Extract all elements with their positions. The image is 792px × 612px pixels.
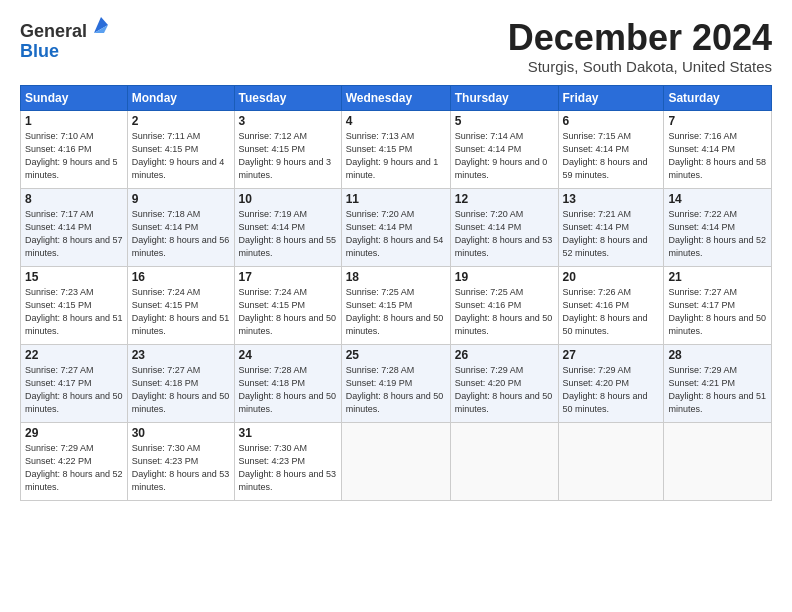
- day-header-friday: Friday: [558, 85, 664, 110]
- location: Sturgis, South Dakota, United States: [508, 58, 772, 75]
- day-info: Sunrise: 7:25 AMSunset: 4:16 PMDaylight:…: [455, 286, 554, 338]
- day-number: 4: [346, 114, 446, 128]
- day-info: Sunrise: 7:29 AMSunset: 4:20 PMDaylight:…: [455, 364, 554, 416]
- calendar-cell: 14Sunrise: 7:22 AMSunset: 4:14 PMDayligh…: [664, 188, 772, 266]
- calendar-week-2: 8Sunrise: 7:17 AMSunset: 4:14 PMDaylight…: [21, 188, 772, 266]
- day-header-tuesday: Tuesday: [234, 85, 341, 110]
- calendar-cell: [558, 422, 664, 500]
- logo: General Blue: [20, 22, 112, 62]
- logo-general-text: General: [20, 21, 87, 41]
- logo-icon: [90, 15, 112, 37]
- day-number: 8: [25, 192, 123, 206]
- calendar-cell: 1Sunrise: 7:10 AMSunset: 4:16 PMDaylight…: [21, 110, 128, 188]
- day-number: 22: [25, 348, 123, 362]
- day-number: 15: [25, 270, 123, 284]
- calendar-cell: 6Sunrise: 7:15 AMSunset: 4:14 PMDaylight…: [558, 110, 664, 188]
- day-info: Sunrise: 7:17 AMSunset: 4:14 PMDaylight:…: [25, 208, 123, 260]
- calendar-week-3: 15Sunrise: 7:23 AMSunset: 4:15 PMDayligh…: [21, 266, 772, 344]
- day-info: Sunrise: 7:15 AMSunset: 4:14 PMDaylight:…: [563, 130, 660, 182]
- day-info: Sunrise: 7:23 AMSunset: 4:15 PMDaylight:…: [25, 286, 123, 338]
- calendar-week-1: 1Sunrise: 7:10 AMSunset: 4:16 PMDaylight…: [21, 110, 772, 188]
- day-number: 21: [668, 270, 767, 284]
- calendar-cell: 28Sunrise: 7:29 AMSunset: 4:21 PMDayligh…: [664, 344, 772, 422]
- calendar-week-5: 29Sunrise: 7:29 AMSunset: 4:22 PMDayligh…: [21, 422, 772, 500]
- calendar-cell: 21Sunrise: 7:27 AMSunset: 4:17 PMDayligh…: [664, 266, 772, 344]
- day-info: Sunrise: 7:29 AMSunset: 4:22 PMDaylight:…: [25, 442, 123, 494]
- day-number: 2: [132, 114, 230, 128]
- day-number: 17: [239, 270, 337, 284]
- calendar-cell: [341, 422, 450, 500]
- day-number: 24: [239, 348, 337, 362]
- day-info: Sunrise: 7:27 AMSunset: 4:18 PMDaylight:…: [132, 364, 230, 416]
- title-block: December 2024 Sturgis, South Dakota, Uni…: [508, 18, 772, 75]
- day-number: 23: [132, 348, 230, 362]
- calendar-cell: 2Sunrise: 7:11 AMSunset: 4:15 PMDaylight…: [127, 110, 234, 188]
- day-number: 27: [563, 348, 660, 362]
- month-title: December 2024: [508, 18, 772, 58]
- calendar-cell: 23Sunrise: 7:27 AMSunset: 4:18 PMDayligh…: [127, 344, 234, 422]
- day-info: Sunrise: 7:20 AMSunset: 4:14 PMDaylight:…: [346, 208, 446, 260]
- calendar-header-row: SundayMondayTuesdayWednesdayThursdayFrid…: [21, 85, 772, 110]
- day-number: 18: [346, 270, 446, 284]
- page: General Blue December 2024 Sturgis, Sout…: [0, 0, 792, 612]
- day-info: Sunrise: 7:28 AMSunset: 4:19 PMDaylight:…: [346, 364, 446, 416]
- day-header-thursday: Thursday: [450, 85, 558, 110]
- day-number: 13: [563, 192, 660, 206]
- day-number: 11: [346, 192, 446, 206]
- day-number: 1: [25, 114, 123, 128]
- calendar-table: SundayMondayTuesdayWednesdayThursdayFrid…: [20, 85, 772, 501]
- day-number: 29: [25, 426, 123, 440]
- day-info: Sunrise: 7:20 AMSunset: 4:14 PMDaylight:…: [455, 208, 554, 260]
- day-info: Sunrise: 7:24 AMSunset: 4:15 PMDaylight:…: [132, 286, 230, 338]
- day-info: Sunrise: 7:25 AMSunset: 4:15 PMDaylight:…: [346, 286, 446, 338]
- calendar-cell: 31Sunrise: 7:30 AMSunset: 4:23 PMDayligh…: [234, 422, 341, 500]
- day-number: 20: [563, 270, 660, 284]
- calendar-cell: 4Sunrise: 7:13 AMSunset: 4:15 PMDaylight…: [341, 110, 450, 188]
- day-number: 16: [132, 270, 230, 284]
- calendar-cell: 10Sunrise: 7:19 AMSunset: 4:14 PMDayligh…: [234, 188, 341, 266]
- day-number: 9: [132, 192, 230, 206]
- calendar-cell: 19Sunrise: 7:25 AMSunset: 4:16 PMDayligh…: [450, 266, 558, 344]
- calendar-cell: 5Sunrise: 7:14 AMSunset: 4:14 PMDaylight…: [450, 110, 558, 188]
- calendar-week-4: 22Sunrise: 7:27 AMSunset: 4:17 PMDayligh…: [21, 344, 772, 422]
- calendar-cell: 11Sunrise: 7:20 AMSunset: 4:14 PMDayligh…: [341, 188, 450, 266]
- day-number: 26: [455, 348, 554, 362]
- day-info: Sunrise: 7:21 AMSunset: 4:14 PMDaylight:…: [563, 208, 660, 260]
- day-number: 31: [239, 426, 337, 440]
- day-info: Sunrise: 7:13 AMSunset: 4:15 PMDaylight:…: [346, 130, 446, 182]
- day-info: Sunrise: 7:14 AMSunset: 4:14 PMDaylight:…: [455, 130, 554, 182]
- calendar-cell: 26Sunrise: 7:29 AMSunset: 4:20 PMDayligh…: [450, 344, 558, 422]
- calendar-cell: 7Sunrise: 7:16 AMSunset: 4:14 PMDaylight…: [664, 110, 772, 188]
- day-number: 19: [455, 270, 554, 284]
- day-number: 12: [455, 192, 554, 206]
- day-number: 10: [239, 192, 337, 206]
- calendar-cell: 13Sunrise: 7:21 AMSunset: 4:14 PMDayligh…: [558, 188, 664, 266]
- day-header-saturday: Saturday: [664, 85, 772, 110]
- day-number: 7: [668, 114, 767, 128]
- day-info: Sunrise: 7:27 AMSunset: 4:17 PMDaylight:…: [25, 364, 123, 416]
- calendar-cell: 8Sunrise: 7:17 AMSunset: 4:14 PMDaylight…: [21, 188, 128, 266]
- calendar-cell: 18Sunrise: 7:25 AMSunset: 4:15 PMDayligh…: [341, 266, 450, 344]
- calendar-cell: 25Sunrise: 7:28 AMSunset: 4:19 PMDayligh…: [341, 344, 450, 422]
- calendar-cell: 3Sunrise: 7:12 AMSunset: 4:15 PMDaylight…: [234, 110, 341, 188]
- calendar-cell: 12Sunrise: 7:20 AMSunset: 4:14 PMDayligh…: [450, 188, 558, 266]
- day-number: 3: [239, 114, 337, 128]
- day-info: Sunrise: 7:27 AMSunset: 4:17 PMDaylight:…: [668, 286, 767, 338]
- day-number: 30: [132, 426, 230, 440]
- header: General Blue December 2024 Sturgis, Sout…: [20, 18, 772, 75]
- day-info: Sunrise: 7:19 AMSunset: 4:14 PMDaylight:…: [239, 208, 337, 260]
- day-info: Sunrise: 7:24 AMSunset: 4:15 PMDaylight:…: [239, 286, 337, 338]
- day-info: Sunrise: 7:10 AMSunset: 4:16 PMDaylight:…: [25, 130, 123, 182]
- day-header-sunday: Sunday: [21, 85, 128, 110]
- calendar-cell: [450, 422, 558, 500]
- day-info: Sunrise: 7:26 AMSunset: 4:16 PMDaylight:…: [563, 286, 660, 338]
- calendar-cell: 27Sunrise: 7:29 AMSunset: 4:20 PMDayligh…: [558, 344, 664, 422]
- day-number: 25: [346, 348, 446, 362]
- day-number: 6: [563, 114, 660, 128]
- day-info: Sunrise: 7:12 AMSunset: 4:15 PMDaylight:…: [239, 130, 337, 182]
- day-info: Sunrise: 7:18 AMSunset: 4:14 PMDaylight:…: [132, 208, 230, 260]
- day-number: 28: [668, 348, 767, 362]
- day-info: Sunrise: 7:29 AMSunset: 4:21 PMDaylight:…: [668, 364, 767, 416]
- day-info: Sunrise: 7:30 AMSunset: 4:23 PMDaylight:…: [239, 442, 337, 494]
- calendar-cell: 22Sunrise: 7:27 AMSunset: 4:17 PMDayligh…: [21, 344, 128, 422]
